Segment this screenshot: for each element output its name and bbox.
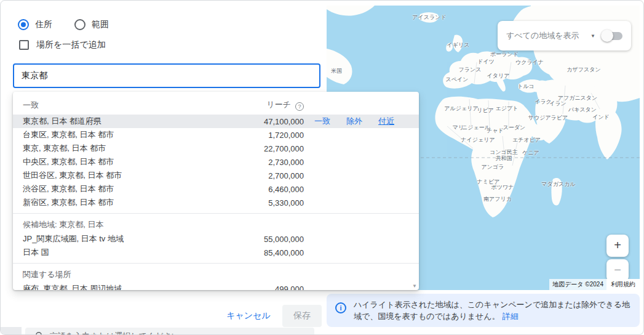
- result-name: 日本 国: [23, 247, 230, 258]
- result-row[interactable]: 台東区, 東京都, 日本 都市1,720,000: [13, 128, 419, 142]
- action-match-link[interactable]: 一致: [314, 116, 330, 127]
- result-reach: 499,000: [230, 285, 304, 291]
- related-places-header: 関連する場所: [13, 267, 419, 282]
- region-visibility-toggle[interactable]: [603, 32, 622, 40]
- result-row[interactable]: 日本 国85,400,000: [13, 246, 419, 259]
- divider: [13, 213, 419, 214]
- page-background-edge: [1, 327, 22, 335]
- result-reach: 2,700,000: [230, 171, 304, 180]
- save-button[interactable]: 保存: [282, 305, 322, 327]
- bulk-add-row[interactable]: 場所を一括で追加: [19, 39, 106, 50]
- result-reach: 2,730,000: [230, 158, 304, 167]
- result-name: 渋谷区, 東京都, 日本 都市: [23, 184, 230, 195]
- reach-column-header: リーチ: [266, 100, 291, 109]
- result-reach: 1,720,000: [230, 131, 304, 140]
- suggested-regions-list: JP_関東広域圏, 日本 tv 地域55,000,000日本 国85,400,0…: [13, 232, 419, 259]
- address-radio-icon[interactable]: [18, 19, 29, 30]
- match-column-header: 一致: [23, 100, 230, 111]
- caret-down-icon: ▼: [590, 33, 595, 39]
- result-name: 麻布, 東京都, 日本 周辺地域: [23, 283, 230, 290]
- result-name: 台東区, 東京都, 日本 都市: [23, 129, 230, 140]
- notice-text: ハイライト表示された地域は、このキャンペーンで追加または除外できる地域で、国境を…: [354, 300, 630, 321]
- notice-text-wrap: ハイライト表示された地域は、このキャンペーンで追加または除外できる地域で、国境を…: [354, 299, 631, 321]
- address-radio-option[interactable]: 住所: [18, 19, 52, 30]
- related-places-list: 麻布, 東京都, 日本 周辺地域499,000: [13, 282, 419, 290]
- address-radio-label: 住所: [35, 19, 52, 30]
- result-row[interactable]: 渋谷区, 東京都, 日本 都市6,460,000: [13, 182, 419, 196]
- radius-radio-label: 範囲: [92, 19, 109, 30]
- match-results-list: 東京都, 日本 都道府県47,100,000一致除外付近台東区, 東京都, 日本…: [13, 115, 419, 209]
- result-name: 世田谷区, 東京都, 日本 都市: [23, 170, 230, 181]
- search-icon: [35, 331, 44, 335]
- region-display-label: すべての地域を表示: [506, 30, 586, 41]
- region-display-dropdown[interactable]: すべての地域を表示 ▼: [498, 21, 631, 50]
- result-row[interactable]: 世田谷区, 東京都, 日本 都市2,700,000: [13, 169, 419, 182]
- result-name: 東京都, 日本 都道府県: [23, 116, 230, 127]
- result-row[interactable]: 新宿区, 東京都, 日本 都市5,330,000: [13, 196, 419, 209]
- scroll-down-icon[interactable]: ▼: [412, 283, 417, 289]
- language-search-placeholder: 言語を入力または選択してください: [50, 331, 180, 335]
- divider: [13, 263, 419, 264]
- highlight-notice: i ハイライト表示された地域は、このキャンペーンで追加または除外できる地域で、国…: [327, 294, 640, 327]
- location-search-input[interactable]: [13, 63, 320, 88]
- location-targeting-dialog: 住所 範囲 場所を一括で追加 一致 リーチ? 東京都, 日本 都道府県47,10…: [0, 0, 644, 335]
- result-name: JP_関東広域圏, 日本 tv 地域: [23, 233, 230, 244]
- result-reach: 55,000,000: [230, 235, 304, 244]
- result-row[interactable]: 東京都, 日本 都道府県47,100,000一致除外付近: [13, 115, 419, 128]
- notice-detail-link[interactable]: 詳細: [503, 312, 519, 321]
- map-attribution: 地図データ ©2024: [549, 279, 606, 290]
- result-name: 新宿区, 東京都, 日本 都市: [23, 197, 230, 208]
- result-row[interactable]: JP_関東広域圏, 日本 tv 地域55,000,000: [13, 232, 419, 246]
- search-results-dropdown: 一致 リーチ? 東京都, 日本 都道府県47,100,000一致除外付近台東区,…: [13, 92, 419, 290]
- bulk-add-label: 場所を一括で追加: [36, 39, 106, 50]
- action-exclude-link[interactable]: 除外: [346, 116, 362, 127]
- bulk-add-checkbox[interactable]: [19, 40, 29, 50]
- info-icon: i: [335, 302, 346, 313]
- map-attribution-bar: 地図データ ©2024 利用規約: [549, 279, 640, 290]
- location-type-radio-group: 住所 範囲: [18, 19, 109, 30]
- result-name: 中央区, 東京都, 日本 都市: [23, 156, 230, 168]
- suggested-regions-header: 候補地域: 東京都, 日本: [13, 217, 419, 232]
- result-row[interactable]: 東京, 東京都, 日本 都市22,700,000: [13, 142, 419, 155]
- action-nearby-link[interactable]: 付近: [378, 116, 394, 127]
- result-reach: 5,330,000: [230, 198, 304, 208]
- result-name: 東京, 東京都, 日本 都市: [23, 143, 230, 154]
- reach-help-icon[interactable]: ?: [295, 102, 304, 111]
- result-reach: 85,400,000: [230, 248, 304, 257]
- map-terms-link[interactable]: 利用規約: [606, 279, 640, 290]
- result-reach: 6,460,000: [230, 185, 304, 194]
- result-row[interactable]: 中央区, 東京都, 日本 都市2,730,000: [13, 155, 419, 169]
- radius-radio-option[interactable]: 範囲: [74, 19, 109, 30]
- results-header-row: 一致 リーチ?: [13, 95, 419, 115]
- language-search-field[interactable]: 言語を入力または選択してください: [25, 328, 314, 335]
- result-row[interactable]: 麻布, 東京都, 日本 周辺地域499,000: [13, 282, 419, 290]
- zoom-in-button[interactable]: +: [606, 235, 629, 257]
- radius-radio-icon[interactable]: [74, 19, 85, 30]
- zoom-out-button[interactable]: −: [606, 259, 629, 281]
- result-reach: 47,100,000: [230, 117, 304, 126]
- result-reach: 22,700,000: [230, 144, 304, 153]
- cancel-button[interactable]: キャンセル: [222, 305, 275, 327]
